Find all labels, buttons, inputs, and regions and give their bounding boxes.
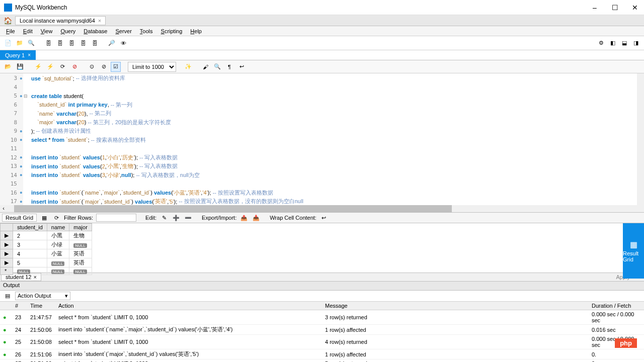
app-logo-icon	[4, 4, 12, 12]
open-file-icon[interactable]: 📂	[3, 62, 13, 72]
table-row[interactable]: ▶5NULL英语	[1, 258, 92, 267]
main-toolbar: 📄 📁 🔍 🗄 🗄 🗄 🗄 🗄 🔎 👁 ⚙ ◧ ⬓ ◨	[0, 36, 644, 50]
output-select-row: ▤ Action Output▾	[0, 291, 644, 302]
menu-file[interactable]: File	[2, 28, 19, 34]
menu-bar: FileEditViewQueryDatabaseServerToolsScri…	[0, 26, 644, 36]
dashboard-icon[interactable]: 👁	[118, 38, 128, 48]
close-icon[interactable]: ×	[28, 52, 31, 58]
result-grid[interactable]: student_idnamemajor▶2小黑生物▶3小绿NULL▶4小蓝英语▶…	[0, 223, 92, 275]
edit-icon[interactable]: ✎	[159, 213, 169, 222]
result-toolbar: Result Grid ▦ ⟳ Filter Rows: Edit: ✎ ➕ ➖…	[0, 212, 644, 223]
search-icon[interactable]: 🔎	[107, 38, 117, 48]
panel-right-icon[interactable]: ◨	[631, 38, 641, 48]
inspector-icon[interactable]: 🔍	[26, 38, 36, 48]
table-row[interactable]: ▶3小绿NULL	[1, 240, 92, 249]
db-icon-3[interactable]: 🗄	[66, 38, 76, 48]
chevron-down-icon: ▾	[65, 293, 68, 299]
db-icon-2[interactable]: 🗄	[55, 38, 65, 48]
filter-label: Filter Rows:	[64, 215, 93, 221]
output-row[interactable]: ●2321:47:57select * from `student` LIMIT…	[0, 310, 644, 325]
wrap-icon[interactable]: ↩	[319, 213, 329, 222]
query-tabs: Query 1 ×	[0, 50, 644, 60]
save-icon[interactable]: 💾	[15, 62, 25, 72]
grid-icon[interactable]: ▦	[40, 213, 49, 222]
menu-database[interactable]: Database	[79, 28, 111, 34]
result-grid-wrap: student_idnamemajor▶2小黑生物▶3小绿NULL▶4小蓝英语▶…	[0, 223, 644, 273]
explain-icon[interactable]: ⟳	[57, 62, 67, 72]
home-icon[interactable]: 🏠	[0, 17, 15, 25]
search-icon[interactable]: 🔍	[212, 62, 222, 72]
col-header[interactable]: name	[47, 224, 69, 231]
filter-input[interactable]	[96, 214, 136, 222]
output-row[interactable]: ●2421:50:06insert into `student`(`name`,…	[0, 325, 644, 335]
panel-left-icon[interactable]: ◧	[608, 38, 618, 48]
delete-row-icon[interactable]: ➖	[184, 213, 193, 222]
panel-bottom-icon[interactable]: ⬓	[619, 38, 629, 48]
brush-icon[interactable]: 🖌	[200, 62, 210, 72]
result-grid-side-tab[interactable]: ▦ Result Grid	[623, 223, 644, 279]
db-icon-4[interactable]: 🗄	[78, 38, 88, 48]
output-table: #TimeActionMessageDuration / Fetch●2321:…	[0, 302, 644, 362]
execute-current-icon[interactable]: ⚡	[45, 62, 55, 72]
db-icon-5[interactable]: 🗄	[90, 38, 100, 48]
close-button[interactable]: ✕	[630, 4, 640, 12]
new-sql-tab-icon[interactable]: 📄	[3, 38, 13, 48]
beautify-icon[interactable]: ✨	[183, 62, 193, 72]
output-row[interactable]: ●2621:51:06insert into `student`(`major`…	[0, 349, 644, 359]
title-bar: MySQL Workbench – ☐ ✕	[0, 0, 644, 15]
table-row[interactable]: ▶4小蓝英语	[1, 249, 92, 258]
vertical-scrollbar[interactable]	[637, 73, 644, 205]
menu-tools[interactable]: Tools	[136, 28, 157, 34]
wrap-label: Wrap Cell Content:	[270, 215, 316, 221]
close-icon[interactable]: ×	[98, 18, 101, 24]
output-header: Output	[0, 282, 644, 291]
menu-edit[interactable]: Edit	[19, 28, 37, 34]
output-icon[interactable]: ▤	[3, 292, 12, 301]
connection-tab-label: Local instance wampmysqld64	[20, 18, 95, 24]
settings-icon[interactable]: ⚙	[596, 38, 606, 48]
limit-select[interactable]: Limit to 1000 rows	[128, 62, 176, 72]
query-tab-label: Query 1	[5, 52, 25, 58]
output-row[interactable]: ●2521:50:08select * from `student` LIMIT…	[0, 335, 644, 349]
menu-server[interactable]: Server	[111, 28, 135, 34]
table-row[interactable]: ▶2小黑生物	[1, 231, 92, 240]
commit-icon[interactable]: ⊙	[87, 62, 97, 72]
add-row-icon[interactable]: ➕	[172, 213, 181, 222]
menu-scripting[interactable]: Scripting	[157, 28, 187, 34]
menu-help[interactable]: Help	[186, 28, 206, 34]
invisible-icon[interactable]: ¶	[224, 62, 234, 72]
menu-query[interactable]: Query	[56, 28, 79, 34]
rollback-icon[interactable]: ⊘	[99, 62, 109, 72]
output-row[interactable]: ●2721:51:09select * from `student` LIMIT…	[0, 359, 644, 363]
result-tab-row: student 12 × Apply	[0, 273, 644, 282]
line-gutter: 34567891011121314151617	[0, 73, 23, 205]
export-icon[interactable]: 📤	[239, 213, 249, 222]
import-icon[interactable]: 📥	[252, 213, 261, 222]
result-grid-label: Result Grid	[2, 214, 37, 222]
stop-icon[interactable]: ⊘	[69, 62, 79, 72]
db-icon[interactable]: 🗄	[43, 38, 53, 48]
window-title: MySQL Workbench	[15, 4, 590, 11]
code-area[interactable]: use `sql_tutorial`; -- 选择使用的资料库⊟create t…	[23, 73, 644, 205]
col-header[interactable]: student_id	[13, 224, 47, 231]
output-select[interactable]: Action Output▾	[15, 292, 70, 300]
export-label: Export/Import:	[202, 215, 236, 221]
php-badge: php	[615, 338, 637, 348]
maximize-button[interactable]: ☐	[610, 4, 620, 12]
autocommit-icon[interactable]: ☑	[111, 62, 121, 72]
minimize-button[interactable]: –	[590, 4, 600, 12]
sql-editor[interactable]: 34567891011121314151617 use `sql_tutoria…	[0, 73, 644, 205]
filter-icon[interactable]: ⟳	[52, 213, 61, 222]
query-toolbar: 📂 💾 ⚡ ⚡ ⟳ ⊘ ⊙ ⊘ ☑ Limit to 1000 rows ✨ 🖌…	[0, 60, 644, 73]
menu-view[interactable]: View	[37, 28, 57, 34]
connection-tab[interactable]: Local instance wampmysqld64 ×	[15, 16, 106, 25]
wrap-icon[interactable]: ↩	[236, 62, 247, 72]
execute-icon[interactable]: ⚡	[33, 62, 43, 72]
open-sql-file-icon[interactable]: 📁	[15, 38, 25, 48]
query-tab[interactable]: Query 1 ×	[0, 50, 36, 60]
table-row[interactable]: *NULLNULLNULL	[1, 267, 92, 275]
col-header[interactable]: major	[69, 224, 92, 231]
connection-tab-bar: 🏠 Local instance wampmysqld64 ×	[0, 15, 644, 26]
horizontal-scrollbar[interactable]: ‹	[0, 205, 644, 212]
edit-label: Edit:	[145, 215, 156, 221]
